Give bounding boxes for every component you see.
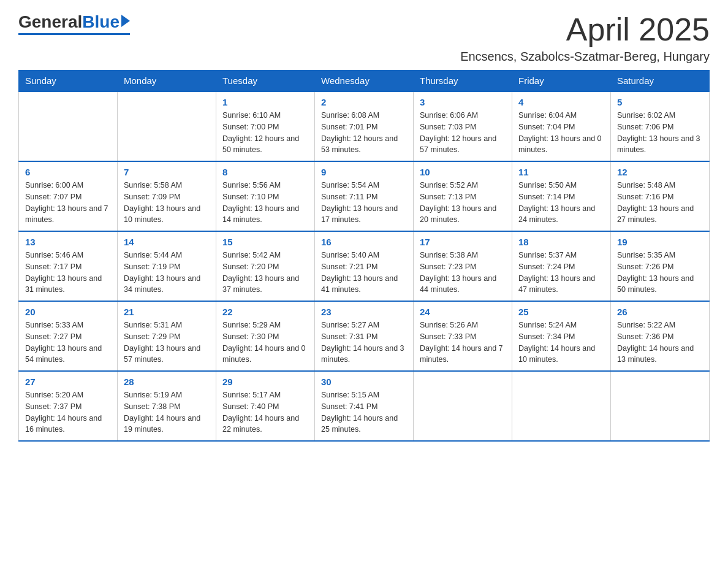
- calendar-cell: 26Sunrise: 5:22 AM Sunset: 7:36 PM Dayli…: [611, 301, 710, 371]
- day-info: Sunrise: 5:46 AM Sunset: 7:17 PM Dayligh…: [25, 250, 111, 296]
- day-info: Sunrise: 5:56 AM Sunset: 7:10 PM Dayligh…: [222, 180, 308, 226]
- day-info: Sunrise: 5:22 AM Sunset: 7:36 PM Dayligh…: [617, 320, 703, 366]
- day-number: 19: [617, 237, 703, 247]
- calendar-header-saturday: Saturday: [611, 71, 710, 92]
- calendar-cell: 27Sunrise: 5:20 AM Sunset: 7:37 PM Dayli…: [19, 371, 118, 441]
- day-number: 21: [124, 307, 210, 317]
- calendar-cell: 7Sunrise: 5:58 AM Sunset: 7:09 PM Daylig…: [118, 161, 216, 231]
- calendar-cell: 23Sunrise: 5:27 AM Sunset: 7:31 PM Dayli…: [315, 301, 414, 371]
- day-number: 26: [617, 307, 703, 317]
- day-number: 28: [124, 377, 210, 387]
- day-number: 30: [321, 377, 407, 387]
- calendar-header-friday: Friday: [512, 71, 611, 92]
- calendar-cell: 25Sunrise: 5:24 AM Sunset: 7:34 PM Dayli…: [512, 301, 611, 371]
- calendar-cell: 14Sunrise: 5:44 AM Sunset: 7:19 PM Dayli…: [118, 231, 216, 301]
- logo-underline: [18, 33, 130, 35]
- logo-blue-part: Blue: [82, 12, 130, 32]
- calendar-cell: [512, 371, 611, 441]
- calendar-cell: 12Sunrise: 5:48 AM Sunset: 7:16 PM Dayli…: [611, 161, 710, 231]
- day-info: Sunrise: 6:08 AM Sunset: 7:01 PM Dayligh…: [321, 110, 407, 156]
- calendar-cell: 5Sunrise: 6:02 AM Sunset: 7:06 PM Daylig…: [611, 91, 710, 161]
- calendar-week-row: 1Sunrise: 6:10 AM Sunset: 7:00 PM Daylig…: [19, 91, 710, 161]
- day-number: 10: [420, 167, 506, 177]
- day-info: Sunrise: 5:40 AM Sunset: 7:21 PM Dayligh…: [321, 250, 407, 296]
- calendar-cell: 19Sunrise: 5:35 AM Sunset: 7:26 PM Dayli…: [611, 231, 710, 301]
- day-number: 8: [222, 167, 308, 177]
- calendar-cell: 9Sunrise: 5:54 AM Sunset: 7:11 PM Daylig…: [315, 161, 414, 231]
- day-info: Sunrise: 5:24 AM Sunset: 7:34 PM Dayligh…: [518, 320, 604, 366]
- day-number: 18: [518, 237, 604, 247]
- calendar-cell: 29Sunrise: 5:17 AM Sunset: 7:40 PM Dayli…: [216, 371, 315, 441]
- calendar-header-monday: Monday: [118, 71, 216, 92]
- day-info: Sunrise: 5:31 AM Sunset: 7:29 PM Dayligh…: [124, 320, 210, 366]
- day-info: Sunrise: 5:58 AM Sunset: 7:09 PM Dayligh…: [124, 180, 210, 226]
- day-number: 9: [321, 167, 407, 177]
- calendar-week-row: 27Sunrise: 5:20 AM Sunset: 7:37 PM Dayli…: [19, 371, 710, 441]
- day-info: Sunrise: 5:15 AM Sunset: 7:41 PM Dayligh…: [321, 389, 407, 435]
- day-info: Sunrise: 6:00 AM Sunset: 7:07 PM Dayligh…: [25, 180, 111, 226]
- day-number: 6: [25, 167, 111, 177]
- day-info: Sunrise: 5:52 AM Sunset: 7:13 PM Dayligh…: [420, 180, 506, 226]
- day-number: 5: [617, 97, 703, 107]
- day-number: 13: [25, 237, 111, 247]
- day-info: Sunrise: 5:38 AM Sunset: 7:23 PM Dayligh…: [420, 250, 506, 296]
- day-info: Sunrise: 5:35 AM Sunset: 7:26 PM Dayligh…: [617, 250, 703, 296]
- calendar-week-row: 20Sunrise: 5:33 AM Sunset: 7:27 PM Dayli…: [19, 301, 710, 371]
- calendar-week-row: 13Sunrise: 5:46 AM Sunset: 7:17 PM Dayli…: [19, 231, 710, 301]
- day-number: 4: [518, 97, 604, 107]
- calendar-cell: [19, 91, 118, 161]
- day-info: Sunrise: 5:33 AM Sunset: 7:27 PM Dayligh…: [25, 320, 111, 366]
- calendar-cell: 3Sunrise: 6:06 AM Sunset: 7:03 PM Daylig…: [414, 91, 512, 161]
- day-info: Sunrise: 5:44 AM Sunset: 7:19 PM Dayligh…: [124, 250, 210, 296]
- logo-arrow-icon: [121, 15, 130, 27]
- day-info: Sunrise: 5:42 AM Sunset: 7:20 PM Dayligh…: [222, 250, 308, 296]
- calendar-cell: 22Sunrise: 5:29 AM Sunset: 7:30 PM Dayli…: [216, 301, 315, 371]
- day-info: Sunrise: 5:17 AM Sunset: 7:40 PM Dayligh…: [222, 389, 308, 435]
- day-number: 27: [25, 377, 111, 387]
- day-info: Sunrise: 5:29 AM Sunset: 7:30 PM Dayligh…: [222, 320, 308, 366]
- day-info: Sunrise: 5:26 AM Sunset: 7:33 PM Dayligh…: [420, 320, 506, 366]
- calendar-cell: 15Sunrise: 5:42 AM Sunset: 7:20 PM Dayli…: [216, 231, 315, 301]
- day-number: 22: [222, 307, 308, 317]
- day-info: Sunrise: 6:06 AM Sunset: 7:03 PM Dayligh…: [420, 110, 506, 156]
- day-info: Sunrise: 5:54 AM Sunset: 7:11 PM Dayligh…: [321, 180, 407, 226]
- calendar-cell: 1Sunrise: 6:10 AM Sunset: 7:00 PM Daylig…: [216, 91, 315, 161]
- calendar-cell: 17Sunrise: 5:38 AM Sunset: 7:23 PM Dayli…: [414, 231, 512, 301]
- calendar-cell: 4Sunrise: 6:04 AM Sunset: 7:04 PM Daylig…: [512, 91, 611, 161]
- day-info: Sunrise: 5:27 AM Sunset: 7:31 PM Dayligh…: [321, 320, 407, 366]
- day-info: Sunrise: 5:19 AM Sunset: 7:38 PM Dayligh…: [124, 389, 210, 435]
- logo: General Blue: [18, 12, 130, 35]
- calendar-cell: [118, 91, 216, 161]
- calendar-table: SundayMondayTuesdayWednesdayThursdayFrid…: [18, 70, 710, 442]
- calendar-cell: 13Sunrise: 5:46 AM Sunset: 7:17 PM Dayli…: [19, 231, 118, 301]
- day-number: 17: [420, 237, 506, 247]
- day-number: 7: [124, 167, 210, 177]
- day-number: 20: [25, 307, 111, 317]
- calendar-cell: 28Sunrise: 5:19 AM Sunset: 7:38 PM Dayli…: [118, 371, 216, 441]
- calendar-cell: 2Sunrise: 6:08 AM Sunset: 7:01 PM Daylig…: [315, 91, 414, 161]
- day-number: 24: [420, 307, 506, 317]
- calendar-cell: 16Sunrise: 5:40 AM Sunset: 7:21 PM Dayli…: [315, 231, 414, 301]
- calendar-cell: 10Sunrise: 5:52 AM Sunset: 7:13 PM Dayli…: [414, 161, 512, 231]
- day-info: Sunrise: 5:37 AM Sunset: 7:24 PM Dayligh…: [518, 250, 604, 296]
- day-info: Sunrise: 6:04 AM Sunset: 7:04 PM Dayligh…: [518, 110, 604, 156]
- calendar-header-sunday: Sunday: [19, 71, 118, 92]
- calendar-cell: [414, 371, 512, 441]
- day-number: 25: [518, 307, 604, 317]
- calendar-cell: [611, 371, 710, 441]
- calendar-cell: 24Sunrise: 5:26 AM Sunset: 7:33 PM Dayli…: [414, 301, 512, 371]
- calendar-cell: 8Sunrise: 5:56 AM Sunset: 7:10 PM Daylig…: [216, 161, 315, 231]
- day-info: Sunrise: 5:48 AM Sunset: 7:16 PM Dayligh…: [617, 180, 703, 226]
- day-info: Sunrise: 6:10 AM Sunset: 7:00 PM Dayligh…: [222, 110, 308, 156]
- day-number: 29: [222, 377, 308, 387]
- calendar-cell: 20Sunrise: 5:33 AM Sunset: 7:27 PM Dayli…: [19, 301, 118, 371]
- calendar-header-thursday: Thursday: [414, 71, 512, 92]
- day-number: 14: [124, 237, 210, 247]
- day-info: Sunrise: 6:02 AM Sunset: 7:06 PM Dayligh…: [617, 110, 703, 156]
- day-number: 23: [321, 307, 407, 317]
- calendar-cell: 21Sunrise: 5:31 AM Sunset: 7:29 PM Dayli…: [118, 301, 216, 371]
- month-title: April 2025: [460, 12, 710, 47]
- calendar-week-row: 6Sunrise: 6:00 AM Sunset: 7:07 PM Daylig…: [19, 161, 710, 231]
- day-info: Sunrise: 5:20 AM Sunset: 7:37 PM Dayligh…: [25, 389, 111, 435]
- calendar-cell: 30Sunrise: 5:15 AM Sunset: 7:41 PM Dayli…: [315, 371, 414, 441]
